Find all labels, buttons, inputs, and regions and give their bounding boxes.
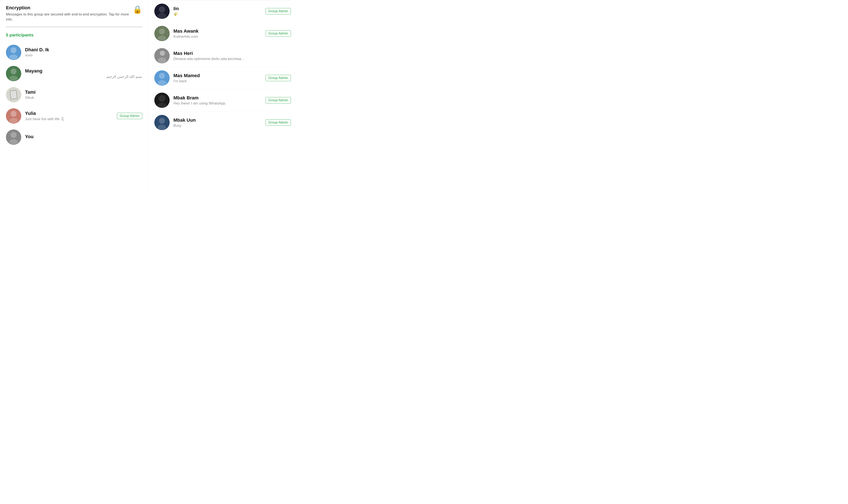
participant-info: Mas Heri Dimana ada optimisme disitu ada… xyxy=(174,51,291,61)
encryption-title: Encryption xyxy=(6,5,129,11)
right-panel: Iin 🌾 Group Admin Mas Awank Kulinerhits.… xyxy=(148,0,297,191)
svg-point-26 xyxy=(158,80,166,85)
participant-status: Hey there! I am using WhatsApp. xyxy=(174,101,262,106)
svg-point-16 xyxy=(159,6,165,13)
participant-name: Mas Awank xyxy=(174,29,262,34)
participant-name: Iin xyxy=(174,6,262,12)
lock-icon: 🔒 xyxy=(133,5,142,14)
svg-point-20 xyxy=(158,36,166,41)
participant-info: Mas Mamed I'm back xyxy=(174,73,262,83)
svg-point-25 xyxy=(159,73,165,79)
encryption-section[interactable]: Encryption Messages to this group are se… xyxy=(6,5,142,28)
avatar xyxy=(6,108,21,124)
svg-point-31 xyxy=(159,118,165,124)
group-admin-badge: Group Admin xyxy=(266,30,291,37)
list-item[interactable]: Dhani D. Ik xoxo xyxy=(6,42,142,63)
encryption-text: Encryption Messages to this group are se… xyxy=(6,5,129,22)
participant-name: Mas Mamed xyxy=(174,73,262,78)
participant-status: xoxo xyxy=(25,53,142,57)
avatar xyxy=(154,48,169,64)
avatar xyxy=(154,93,169,108)
participant-name: You xyxy=(25,134,142,140)
avatar xyxy=(6,66,21,81)
avatar xyxy=(6,87,21,102)
svg-point-14 xyxy=(9,139,18,144)
right-participants-list: Iin 🌾 Group Admin Mas Awank Kulinerhits.… xyxy=(154,0,291,133)
group-admin-badge: Group Admin xyxy=(266,97,291,104)
svg-point-5 xyxy=(9,76,18,81)
svg-point-13 xyxy=(11,132,17,138)
participant-name: Mbak Uun xyxy=(174,118,262,123)
participant-info: Yulia Just have fun with life 🐇 xyxy=(25,111,113,121)
participant-status: Sibuk xyxy=(25,95,142,100)
svg-point-2 xyxy=(9,54,18,59)
avatar xyxy=(154,26,169,41)
participant-status: I'm back xyxy=(174,79,262,83)
svg-point-10 xyxy=(11,111,17,117)
svg-point-11 xyxy=(9,118,18,123)
left-participants-list: Dhani D. Ik xoxo Mayang بسم الله الرحمن … xyxy=(6,42,142,148)
list-item[interactable]: You xyxy=(6,127,142,148)
participant-name: Mayang xyxy=(25,68,142,74)
avatar xyxy=(6,45,21,60)
list-item[interactable]: Yulia Just have fun with life 🐇 Group Ad… xyxy=(6,105,142,127)
svg-rect-8 xyxy=(10,90,17,99)
participant-info: You xyxy=(25,134,142,140)
svg-point-4 xyxy=(11,69,17,74)
participants-header: 5 participants xyxy=(6,33,142,37)
avatar xyxy=(154,70,169,86)
participant-info: Mbak Uun Busy xyxy=(174,118,262,128)
participant-info: Dhani D. Ik xoxo xyxy=(25,47,142,57)
list-item[interactable]: Tami Sibuk xyxy=(6,84,142,105)
encryption-description: Messages to this group are secured with … xyxy=(6,12,129,22)
participant-name: Tami xyxy=(25,89,142,95)
group-admin-badge: Group Admin xyxy=(266,119,291,126)
avatar xyxy=(154,4,169,19)
list-item[interactable]: Mbak Bram Hey there! I am using WhatsApp… xyxy=(154,89,291,111)
avatar xyxy=(6,129,21,145)
list-item[interactable]: Mas Heri Dimana ada optimisme disitu ada… xyxy=(154,45,291,67)
participant-name: Dhani D. Ik xyxy=(25,47,142,53)
left-panel: Encryption Messages to this group are se… xyxy=(0,0,148,191)
svg-point-1 xyxy=(11,47,17,53)
list-item[interactable]: Mas Awank Kulinerhits.com Group Admin xyxy=(154,22,291,45)
participant-name: Yulia xyxy=(25,111,113,116)
participant-status: Just have fun with life 🐇 xyxy=(25,117,113,121)
participant-info: Tami Sibuk xyxy=(25,89,142,100)
participant-info: Mas Awank Kulinerhits.com xyxy=(174,29,262,39)
svg-point-28 xyxy=(159,95,165,102)
participant-status: Busy xyxy=(174,124,262,128)
participant-status: Dimana ada optimisme disitu ada kecintaa… xyxy=(174,57,291,61)
group-admin-badge: Group Admin xyxy=(266,75,291,81)
participant-info: Iin 🌾 xyxy=(174,6,262,17)
participant-name: Mas Heri xyxy=(174,51,291,56)
participant-status: 🌾 xyxy=(174,12,262,17)
list-item[interactable]: Mayang بسم الله الرحمن الرحيم xyxy=(6,63,142,84)
participant-name: Mbak Bram xyxy=(174,95,262,101)
avatar xyxy=(154,115,169,130)
svg-point-17 xyxy=(158,13,166,19)
svg-point-19 xyxy=(159,29,165,34)
svg-point-23 xyxy=(158,57,166,64)
list-item[interactable]: Mbak Uun Busy Group Admin xyxy=(154,111,291,133)
participant-info: Mbak Bram Hey there! I am using WhatsApp… xyxy=(174,95,262,106)
svg-point-22 xyxy=(160,51,165,56)
group-admin-badge: Group Admin xyxy=(266,8,291,14)
participant-info: Mayang بسم الله الرحمن الرحيم xyxy=(25,68,142,79)
list-item[interactable]: Iin 🌾 Group Admin xyxy=(154,0,291,22)
participant-status: بسم الله الرحمن الرحيم xyxy=(25,74,142,79)
participant-status: Kulinerhits.com xyxy=(174,35,262,39)
group-admin-badge: Group Admin xyxy=(117,113,142,119)
list-item[interactable]: Mas Mamed I'm back Group Admin xyxy=(154,67,291,89)
main-container: Encryption Messages to this group are se… xyxy=(0,0,297,191)
